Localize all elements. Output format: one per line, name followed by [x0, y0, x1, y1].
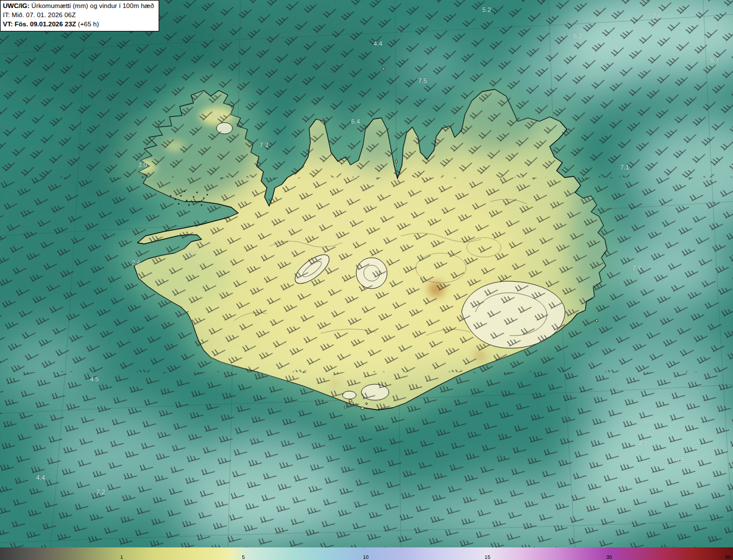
- colorbar: 1510153050: [0, 547, 733, 560]
- colorbar-tick-label: 1: [120, 554, 123, 560]
- title-box: UWC/IG: Úrkomumætti (mm) og vindur í 100…: [0, 0, 159, 31]
- colorbar-tick-label: 5: [242, 554, 245, 560]
- weather-map: 5.27.65.24.45.77.53.46.47.33.07.12.72.67…: [0, 0, 733, 547]
- colorbar-tick-label: 30: [606, 554, 612, 560]
- valid-time: VT: Fös. 09.01.2026 23Z (+65 h): [3, 20, 154, 29]
- map-canvas: [0, 0, 733, 547]
- product-code: UWC/IG:: [3, 2, 30, 9]
- init-time: IT: Mið. 07. 01. 2026 06Z: [3, 11, 154, 20]
- colorbar-tick-label: 15: [484, 554, 490, 560]
- map-title-line: UWC/IG: Úrkomumætti (mm) og vindur í 100…: [3, 2, 154, 11]
- colorbar-tick-label: 10: [363, 554, 369, 560]
- valid-time-offset: (+65 h): [76, 21, 99, 27]
- valid-time-main: VT: Fös. 09.01.2026 23Z: [3, 21, 76, 27]
- colorbar-tick-label: 50: [725, 554, 731, 560]
- noise-texture: [0, 0, 733, 547]
- map-title: Úrkomumætti (mm) og vindur í 100m hæð: [30, 2, 154, 9]
- colorbar-ticks: 1510153050: [0, 547, 733, 560]
